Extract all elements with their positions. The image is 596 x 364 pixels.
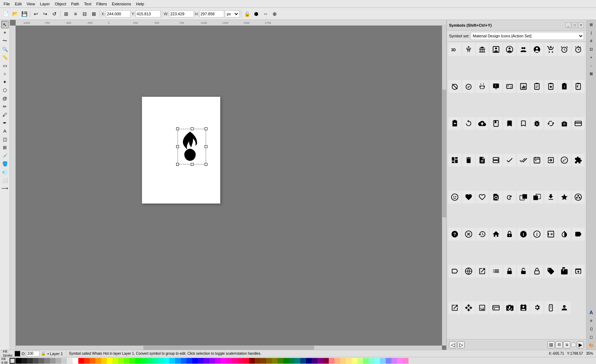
color-swatch[interactable] (186, 358, 192, 364)
color-swatch[interactable] (306, 358, 312, 364)
symbol-bookmark-border[interactable] (517, 117, 530, 130)
symbol-set-select[interactable]: Material Design Icons [Action Set] (471, 32, 584, 40)
menu-view[interactable]: View (25, 1, 37, 7)
color-swatch[interactable] (84, 358, 90, 364)
symbol-bug-report[interactable] (531, 117, 543, 130)
symbol-markunread-mailbox[interactable] (558, 265, 571, 278)
symbol-aspect-ratio[interactable] (503, 80, 516, 93)
handle-tm[interactable] (191, 127, 194, 130)
symbol-favorite[interactable] (462, 191, 475, 204)
symbol-done-all[interactable] (517, 154, 530, 167)
symbol-alarm-add[interactable]: + (572, 43, 585, 56)
text-tool[interactable]: A (1, 127, 9, 135)
spiral-tool[interactable]: @ (1, 94, 9, 102)
symbol-delete[interactable] (462, 154, 475, 167)
symbol-grade[interactable] (558, 191, 571, 204)
symbol-3d[interactable]: 3D (448, 43, 461, 56)
color-swatch[interactable] (391, 358, 397, 364)
symbol-extension[interactable] (572, 154, 585, 167)
symbol-group-work[interactable] (572, 191, 585, 204)
align-right-btn[interactable]: ⊟ (80, 10, 89, 18)
symbol-alarm-on[interactable] (462, 80, 475, 93)
zoom-tool[interactable]: 🔍 (1, 45, 9, 53)
move-btn[interactable]: ↔ (261, 10, 270, 18)
symbol-lock-outline[interactable] (531, 265, 543, 278)
menu-extensions[interactable]: Extensions (110, 1, 133, 7)
symbol-credit-card[interactable] (572, 117, 585, 130)
symbols-prev-btn[interactable]: ◁ (449, 341, 456, 348)
undo-btn[interactable]: ↩ (32, 10, 40, 18)
redo-btn[interactable]: ↪ (41, 10, 49, 18)
color-swatch[interactable] (118, 358, 124, 364)
color-swatch[interactable] (317, 358, 323, 364)
symbol-account-circle[interactable] (503, 43, 516, 56)
color-swatch[interactable] (90, 358, 95, 364)
color-swatch[interactable] (226, 358, 232, 364)
symbol-flip-to-front[interactable] (531, 191, 543, 204)
symbol-get-app[interactable] (544, 191, 557, 204)
symbol-dns[interactable] (490, 154, 502, 167)
color-swatch[interactable] (169, 358, 175, 364)
color-swatch[interactable] (152, 358, 158, 364)
color-swatch[interactable] (135, 358, 141, 364)
calligraphy-tool[interactable]: ✒ (1, 119, 9, 127)
symbol-dashboard[interactable] (448, 154, 461, 167)
symbol-launch[interactable] (476, 265, 489, 278)
symbol-perm-contact-cal[interactable] (517, 301, 530, 314)
color-swatch[interactable] (61, 358, 67, 364)
symbols-next-btn[interactable]: ▷ (458, 341, 465, 348)
color-swatch[interactable] (112, 358, 118, 364)
color-swatch[interactable] (38, 358, 44, 364)
symbol-autorenew[interactable] (462, 117, 475, 130)
menu-object[interactable]: Object (53, 1, 68, 7)
symbol-input[interactable] (544, 228, 557, 241)
symbol-android[interactable] (476, 80, 489, 93)
color-swatch[interactable] (386, 358, 391, 364)
symbol-label[interactable] (572, 228, 585, 241)
x-input[interactable] (106, 10, 131, 17)
view-circle-btn[interactable] (571, 342, 576, 347)
zoom-in-btn[interactable]: + (587, 53, 595, 61)
symbol-explore[interactable] (558, 154, 571, 167)
symbol-account-circle2[interactable] (531, 43, 543, 56)
paint-bucket-tool[interactable]: 🪣 (1, 160, 9, 168)
symbol-book[interactable] (490, 117, 502, 130)
symbol-payment[interactable] (490, 301, 502, 314)
symbol-perm-data-setting[interactable] (531, 301, 543, 314)
symbol-highlight-off[interactable] (462, 228, 475, 241)
symbol-add-shopping-cart[interactable] (544, 43, 557, 56)
handle-ml[interactable] (176, 145, 179, 148)
y-input[interactable] (136, 10, 160, 17)
symbol-language[interactable] (462, 265, 475, 278)
xml-btn[interactable]: ⟨⟩ (587, 325, 595, 333)
fill-btn[interactable]: 🎨 (587, 341, 595, 349)
color-swatch[interactable] (374, 358, 380, 364)
handle-tl[interactable] (176, 127, 179, 130)
connector-tool[interactable]: ⟶ (1, 184, 9, 192)
color-swatch[interactable] (243, 358, 249, 364)
color-swatch[interactable] (369, 358, 374, 364)
symbol-cached[interactable] (544, 117, 557, 130)
color-swatch[interactable] (164, 358, 169, 364)
symbol-account-box[interactable] (490, 43, 502, 56)
horizontal-scrollbar[interactable] (16, 345, 442, 350)
symbol-perm-camera-mic[interactable] (503, 301, 516, 314)
more-btn[interactable]: ⊕ (270, 10, 279, 18)
zoom-out-btn[interactable]: - (587, 62, 595, 69)
canvas-content[interactable] (16, 26, 442, 345)
symbol-assignment-ind[interactable] (544, 80, 557, 93)
symbol-open-with[interactable] (462, 301, 475, 314)
color-swatch[interactable] (21, 358, 27, 364)
color-swatch[interactable] (266, 358, 272, 364)
color-swatch[interactable] (147, 358, 152, 364)
symbol-info[interactable]: i (517, 228, 530, 241)
star-tool[interactable]: ✦ (1, 78, 9, 86)
color-swatch[interactable] (204, 358, 209, 364)
align-center-btn[interactable]: ≡ (71, 10, 80, 18)
symbol-backup[interactable] (476, 117, 489, 130)
color-swatch[interactable] (78, 358, 84, 364)
h-input[interactable] (199, 10, 224, 17)
symbol-done[interactable] (503, 154, 516, 167)
handle-bl[interactable] (176, 163, 179, 166)
dropper-tool[interactable]: 💉 (1, 152, 9, 159)
